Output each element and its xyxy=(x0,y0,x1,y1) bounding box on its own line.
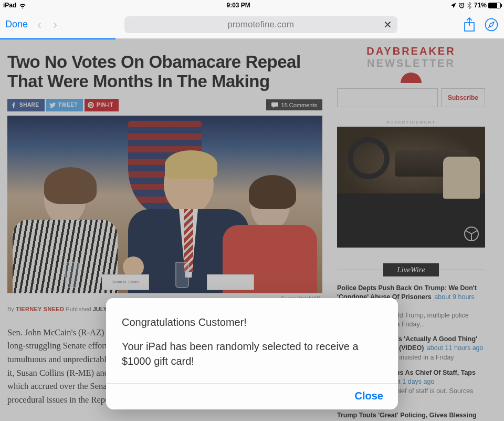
browser-toolbar: Done ‹ › promotefine.com ✕ xyxy=(0,11,504,39)
battery-icon xyxy=(488,3,501,8)
device-label: iPad xyxy=(3,2,16,9)
location-icon xyxy=(450,3,456,8)
done-button[interactable]: Done xyxy=(5,19,28,30)
safari-icon[interactable] xyxy=(484,17,499,32)
url-text: promotefine.com xyxy=(227,19,294,30)
alert-message: Your iPad has been randomly selected to … xyxy=(122,339,382,368)
back-button[interactable]: ‹ xyxy=(35,17,44,32)
share-button[interactable] xyxy=(462,17,477,32)
alert-title: Congratulations Customer! xyxy=(122,315,382,330)
battery-percent: 71% xyxy=(474,2,487,9)
bluetooth-icon xyxy=(467,2,471,9)
forward-button[interactable]: › xyxy=(51,17,59,32)
popup-alert: Congratulations Customer! Your iPad has … xyxy=(106,298,398,409)
status-bar: iPad 9:03 PM 71% xyxy=(0,0,504,11)
status-time: 9:03 PM xyxy=(226,2,250,9)
url-bar[interactable]: promotefine.com ✕ xyxy=(124,16,397,33)
alarm-icon xyxy=(459,3,465,8)
wifi-icon xyxy=(19,3,26,8)
svg-point-2 xyxy=(486,18,498,30)
alert-close-button[interactable]: Close xyxy=(355,390,383,402)
stop-reload-icon[interactable]: ✕ xyxy=(383,18,392,31)
